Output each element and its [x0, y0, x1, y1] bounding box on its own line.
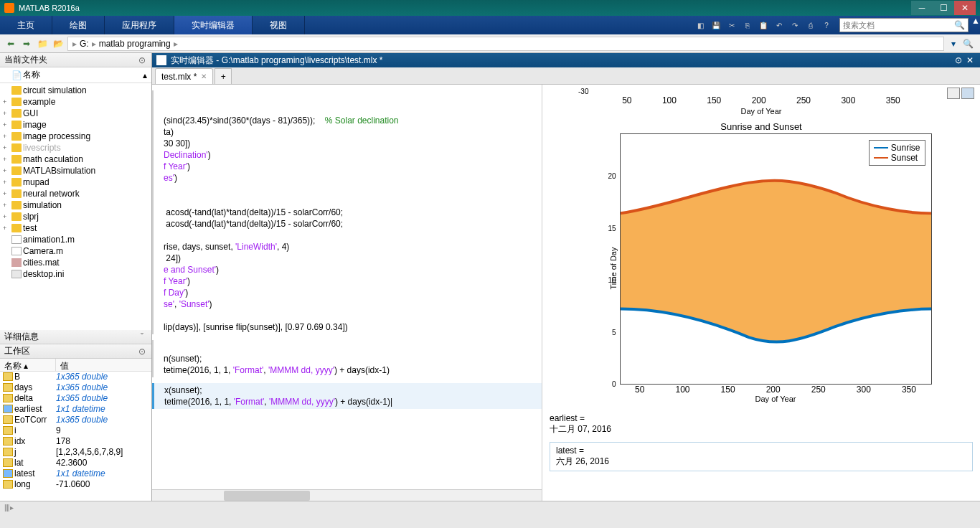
quick-access-toolbar: ◧ 💾 ✂ ⎘ 📋 ↶ ↷ ⎙ ?	[693, 16, 837, 34]
tree-item[interactable]: +image	[0, 119, 151, 131]
tab-live-editor[interactable]: 实时编辑器	[174, 16, 253, 34]
breadcrumb-drive[interactable]: G:	[80, 39, 89, 49]
window-titlebar: MATLAB R2016a ─ ☐ ✕	[0, 0, 980, 16]
tree-item[interactable]: +slprj	[0, 211, 151, 222]
sunrise-sunset-chart: Time of Day 05101520 Sunrise Sunset	[591, 133, 932, 403]
workspace-var[interactable]: lat42.3600	[0, 458, 151, 468]
matlab-logo-icon	[4, 3, 14, 13]
workspace-columns[interactable]: 名称 ▴ 值	[0, 359, 151, 372]
view-side-button[interactable]	[961, 88, 974, 99]
folder-dropdown-icon[interactable]: 📂	[52, 37, 65, 50]
tree-item[interactable]: +test	[0, 222, 151, 234]
redo-icon[interactable]: ↷	[788, 18, 802, 32]
tab-apps[interactable]: 应用程序	[105, 16, 174, 34]
view-inline-button[interactable]	[947, 88, 960, 99]
workspace-var[interactable]: EoTCorr1x365 double	[0, 415, 151, 425]
tree-item[interactable]: +math caculation	[0, 154, 151, 165]
tree-item[interactable]: animation1.m	[0, 234, 151, 245]
tab-plots[interactable]: 绘图	[52, 16, 105, 34]
prev-chart-xticks: 50100150200250300350	[607, 95, 915, 105]
up-icon[interactable]: 📁	[36, 37, 49, 50]
tree-item[interactable]: +GUI	[0, 108, 151, 119]
tree-item[interactable]: +livescripts	[0, 142, 151, 154]
current-folder-header[interactable]: 当前文件夹 ⊙	[0, 53, 151, 67]
chart-title: Sunrise and Sunset	[550, 121, 973, 132]
tree-item[interactable]: circuit simulation	[0, 85, 151, 96]
copy-icon[interactable]: ⎘	[740, 18, 755, 32]
sort-icon[interactable]: ▴	[143, 70, 147, 80]
workspace-var[interactable]: delta1x365 double	[0, 393, 151, 404]
maximize-button[interactable]: ☐	[933, 1, 954, 15]
tree-item[interactable]: +example	[0, 96, 151, 108]
editor-menu-icon[interactable]: ⊙	[953, 55, 964, 65]
file-tab-bar: test.mlx * ✕ +	[152, 67, 980, 85]
forward-icon[interactable]: ➡	[20, 37, 33, 50]
close-button[interactable]: ✕	[954, 1, 976, 15]
tree-item[interactable]: +neural network	[0, 188, 151, 199]
status-grip-icon: |||| ▸	[4, 504, 13, 512]
details-header[interactable]: 详细信息 ˇ	[0, 330, 151, 344]
output-latest: latest = 六月 26, 2016	[550, 442, 973, 471]
workspace-var[interactable]: i9	[0, 425, 151, 436]
address-toolbar: ⬅ ➡ 📁 📂 ▸ G: ▸ matlab programing ▸ ▾ 🔍	[0, 34, 980, 53]
tab-close-icon[interactable]: ✕	[201, 72, 207, 80]
app-title: MATLAB R2016a	[19, 4, 911, 12]
workspace-var[interactable]: latest1x1 datetime	[0, 468, 151, 479]
workspace-var[interactable]: j[1,2,3,4,5,6,7,8,9]	[0, 447, 151, 458]
save-icon[interactable]: 💾	[709, 18, 723, 32]
editor-close-icon[interactable]: ✕	[964, 55, 976, 65]
tree-item[interactable]: Camera.m	[0, 245, 151, 257]
prev-chart-ytick: -30	[578, 88, 973, 95]
chart-xticks: 50100150200250300350	[620, 385, 932, 395]
print-icon[interactable]: ⎙	[804, 18, 818, 32]
search-icon[interactable]: 🔍	[954, 20, 965, 30]
workspace-var[interactable]: B1x365 double	[0, 372, 151, 382]
workspace-var[interactable]: earliest1x1 datetime	[0, 404, 151, 415]
workspace-var[interactable]: long-71.0600	[0, 479, 151, 490]
search-docs[interactable]: 🔍	[839, 18, 969, 32]
qat-icon[interactable]: ◧	[693, 18, 707, 32]
code-pane[interactable]: (sind(23.45)*sind(360*(days - 81)/365));…	[152, 85, 542, 501]
editor-header: 实时编辑器 - G:\matlab programing\livescripts…	[152, 53, 980, 67]
undo-icon[interactable]: ↶	[772, 18, 786, 32]
file-tab[interactable]: test.mlx * ✕	[155, 68, 213, 84]
tree-item[interactable]: cities.mat	[0, 257, 151, 268]
ribbon-collapse-icon[interactable]: ▲	[971, 16, 980, 34]
paste-icon[interactable]: 📋	[756, 18, 771, 32]
ribbon-tabs: 主页 绘图 应用程序 实时编辑器 视图 ◧ 💾 ✂ ⎘ 📋 ↶ ↷ ⎙ ? 🔍 …	[0, 16, 980, 34]
tree-item[interactable]: +mupad	[0, 176, 151, 188]
tab-home[interactable]: 主页	[0, 16, 52, 34]
new-tab-button[interactable]: +	[215, 68, 232, 84]
tree-item[interactable]: +image processing	[0, 131, 151, 142]
workspace-var[interactable]: idx178	[0, 436, 151, 447]
prev-chart-xlabel: Day of Year	[550, 107, 973, 116]
browse-dropdown-icon[interactable]: ▾	[947, 37, 960, 50]
output-earliest: earliest = 十二月 07, 2016	[550, 413, 973, 435]
tab-view[interactable]: 视图	[253, 16, 305, 34]
chart-legend: Sunrise Sunset	[869, 140, 925, 166]
status-bar: |||| ▸	[0, 501, 980, 514]
cut-icon[interactable]: ✂	[725, 18, 739, 32]
minimize-button[interactable]: ─	[911, 1, 933, 15]
search-folder-icon[interactable]: 🔍	[963, 39, 976, 49]
chart-xlabel: Day of Year	[620, 395, 932, 403]
editor-icon	[156, 55, 166, 65]
back-icon[interactable]: ⬅	[4, 37, 17, 50]
pane-menu-icon[interactable]: ⊙	[137, 346, 147, 357]
search-input[interactable]	[843, 21, 954, 29]
tree-item[interactable]: +MATLABsimulation	[0, 165, 151, 176]
details-collapse-icon[interactable]: ˇ	[137, 332, 147, 342]
help-icon[interactable]: ?	[819, 18, 834, 32]
workspace-header[interactable]: 工作区 ⊙	[0, 344, 151, 359]
tree-item[interactable]: +simulation	[0, 199, 151, 211]
breadcrumb[interactable]: ▸ G: ▸ matlab programing ▸	[67, 37, 944, 51]
workspace-var[interactable]: days1x365 double	[0, 382, 151, 393]
folder-columns[interactable]: 📄 名称 ▴	[0, 67, 151, 83]
pane-menu-icon[interactable]: ⊙	[137, 55, 147, 65]
code-horizontal-scrollbar[interactable]	[152, 489, 542, 501]
breadcrumb-folder[interactable]: matlab programing	[99, 39, 171, 49]
output-pane[interactable]: -30 50100150200250300350 Day of Year Sun…	[542, 85, 980, 501]
workspace-list[interactable]: B1x365 doubledays1x365 doubledelta1x365 …	[0, 372, 151, 501]
file-tree[interactable]: circuit simulation+example+GUI+image+ima…	[0, 83, 151, 330]
tree-item[interactable]: desktop.ini	[0, 268, 151, 280]
